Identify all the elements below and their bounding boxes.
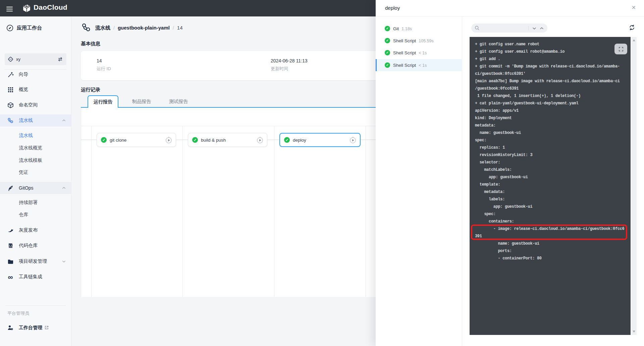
sidebar-item-wizard[interactable]: 向导 bbox=[0, 68, 71, 81]
code-repo-icon bbox=[7, 242, 14, 249]
log-search-box bbox=[471, 23, 547, 33]
daocloud-logo-icon[interactable] bbox=[22, 4, 31, 13]
workbench-title: 应用工作台 bbox=[17, 25, 42, 31]
workspace-icon bbox=[8, 56, 13, 62]
scroll-up-icon[interactable] bbox=[633, 39, 635, 41]
workspace-name: xy bbox=[16, 57, 20, 62]
stage-connector bbox=[81, 140, 97, 140]
run-records-title: 运行记录 bbox=[81, 87, 100, 93]
tab-run-report[interactable]: 运行报告 bbox=[88, 95, 118, 108]
grid-icon bbox=[7, 86, 14, 93]
drawer-header: deploy ✕ bbox=[376, 0, 644, 16]
success-check-icon: ✓ bbox=[385, 26, 390, 31]
sidebar-item-code-repo[interactable]: 代码仓库 bbox=[0, 240, 71, 252]
stage-connector bbox=[361, 140, 376, 140]
sidebar-subitem-repository[interactable]: 仓库 bbox=[0, 209, 71, 220]
step-duration: < 1s bbox=[419, 63, 427, 68]
stage-git-clone[interactable]: ✓ git clone bbox=[97, 133, 176, 147]
search-icon bbox=[475, 26, 480, 31]
admin-user-icon bbox=[7, 325, 14, 331]
sidebar-item-workbench-management[interactable]: 工作台管理 bbox=[0, 322, 71, 334]
stage-connector bbox=[176, 140, 188, 140]
breadcrumb-pipeline-icon bbox=[81, 22, 91, 33]
workspace-switch-icon[interactable] bbox=[57, 56, 63, 62]
success-check-icon: ✓ bbox=[385, 62, 390, 68]
step-shell-script-3[interactable]: ✓ Shell Script< 1s bbox=[376, 59, 462, 71]
updated-time-label: 更新时间 bbox=[271, 66, 308, 72]
sidebar-item-project-management[interactable]: 项目研发管理 bbox=[0, 255, 71, 267]
sidebar-item-namespace[interactable]: 命名空间 bbox=[0, 99, 71, 111]
search-next-match-chevron-up-icon[interactable] bbox=[538, 25, 545, 31]
bird-icon bbox=[7, 227, 14, 234]
step-shell-script-1[interactable]: ✓ Shell Script105.59s bbox=[376, 35, 462, 47]
step-duration: 105.59s bbox=[419, 39, 433, 43]
breadcrumb-root[interactable]: 流水线 bbox=[95, 25, 110, 31]
step-duration: < 1s bbox=[419, 51, 427, 55]
log-scrollbar[interactable] bbox=[631, 37, 637, 335]
step-shell-script-2[interactable]: ✓ Shell Script< 1s bbox=[376, 47, 462, 59]
sidebar: 应用工作台 xy 向导 概览 命名空间 流水线 bbox=[0, 16, 71, 346]
tab-artifact-report[interactable]: 制品报告 bbox=[132, 95, 151, 108]
success-check-icon: ✓ bbox=[101, 137, 107, 143]
stage-play-icon[interactable] bbox=[349, 136, 357, 144]
sidebar-subitem-pipeline[interactable]: 流水线 bbox=[0, 130, 71, 141]
step-duration: 1.18s bbox=[401, 27, 412, 31]
deploy-log-drawer: deploy ✕ ✓ Git1.18s ✓ Shell Script105.59… bbox=[376, 0, 644, 346]
success-check-icon: ✓ bbox=[284, 137, 290, 143]
step-git[interactable]: ✓ Git1.18s bbox=[376, 22, 462, 35]
log-terminal[interactable]: + git config user.name robot + git confi… bbox=[470, 37, 631, 335]
hamburger-menu-icon[interactable] bbox=[6, 5, 13, 13]
scroll-down-icon[interactable] bbox=[633, 331, 635, 333]
sidebar-subitem-pipeline-template[interactable]: 流水线模板 bbox=[0, 155, 71, 166]
tab-test-report[interactable]: 测试报告 bbox=[169, 95, 188, 108]
infinity-icon: ∞ bbox=[7, 274, 14, 280]
stage-connector bbox=[267, 140, 279, 140]
success-check-icon: ✓ bbox=[385, 50, 390, 55]
basic-info-title: 基本信息 bbox=[81, 41, 100, 47]
folder-icon bbox=[7, 258, 14, 265]
sidebar-item-pipeline[interactable]: 流水线 bbox=[0, 114, 71, 127]
sidebar-item-canary-release[interactable]: 灰度发布 bbox=[0, 224, 71, 236]
platform-admin-label: 平台管理员 bbox=[7, 310, 29, 316]
workbench-icon bbox=[6, 24, 14, 32]
search-prev-match-chevron-down-icon[interactable] bbox=[531, 25, 538, 31]
breadcrumb: 流水线/guestbook-plain-yaml/14 bbox=[95, 25, 183, 31]
rocket-icon bbox=[7, 185, 14, 191]
sidebar-subitem-credentials[interactable]: 凭证 bbox=[0, 167, 71, 178]
screen: DaoCloud 应用工作台 xy 向导 概览 命名空间 bbox=[0, 0, 644, 346]
run-id-value: 14 bbox=[97, 58, 111, 63]
external-link-icon bbox=[44, 325, 49, 330]
brand-name: DaoCloud bbox=[34, 3, 67, 11]
chevron-down-icon bbox=[62, 260, 66, 263]
chevron-up-icon bbox=[62, 187, 66, 189]
updated-time-value: 2024-06-28 11:13 bbox=[271, 58, 308, 63]
log-search-input[interactable] bbox=[481, 24, 526, 32]
fullscreen-icon[interactable] bbox=[614, 44, 627, 54]
sidebar-item-toolchain[interactable]: ∞ 工具链集成 bbox=[0, 271, 71, 283]
stage-play-icon[interactable] bbox=[165, 136, 172, 144]
breadcrumb-run-id: 14 bbox=[177, 25, 183, 31]
refresh-icon[interactable] bbox=[629, 24, 635, 31]
stage-play-icon[interactable] bbox=[256, 136, 264, 144]
run-id-label: 运行 ID bbox=[97, 66, 111, 72]
wand-icon bbox=[7, 71, 14, 78]
steps-list: ✓ Git1.18s ✓ Shell Script105.59s ✓ Shell… bbox=[376, 16, 462, 346]
namespace-cube-icon bbox=[7, 102, 14, 108]
success-check-icon: ✓ bbox=[385, 38, 390, 43]
sidebar-subitem-continuous-deploy[interactable]: 持续部署 bbox=[0, 197, 71, 208]
close-icon[interactable]: ✕ bbox=[632, 4, 636, 11]
workspace-selector[interactable]: xy bbox=[5, 53, 66, 65]
chevron-up-icon bbox=[62, 119, 66, 122]
pipeline-icon bbox=[7, 117, 14, 124]
stage-deploy[interactable]: ✓ deploy bbox=[279, 133, 361, 147]
sidebar-item-gitops[interactable]: GitOps bbox=[0, 182, 71, 194]
drawer-title: deploy bbox=[385, 5, 400, 11]
sidebar-subitem-pipeline-overview[interactable]: 流水线概览 bbox=[0, 142, 71, 154]
log-output: + git config user.name robot + git confi… bbox=[475, 41, 628, 262]
breadcrumb-pipeline-name[interactable]: guestbook-plain-yaml bbox=[118, 25, 170, 31]
stage-build-push[interactable]: ✓ build & push bbox=[188, 133, 267, 147]
success-check-icon: ✓ bbox=[192, 137, 198, 143]
sidebar-item-overview[interactable]: 概览 bbox=[0, 84, 71, 96]
